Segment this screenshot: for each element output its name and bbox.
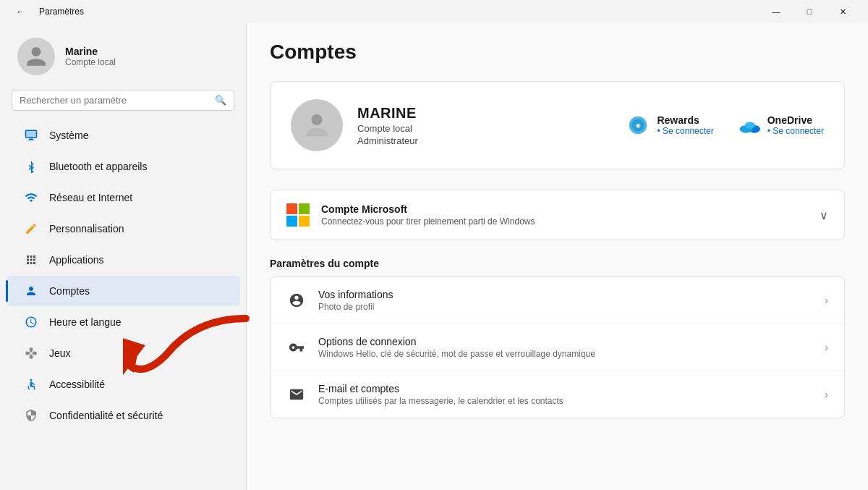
rewards-status: Se connecter — [657, 126, 713, 136]
title-bar-controls: — □ ✕ — [760, 0, 859, 23]
ms-account-desc: Connectez-vous pour tirer pleinement par… — [321, 216, 808, 227]
vos-informations-icon — [286, 290, 307, 311]
title-bar-left: ← Paramètres — [9, 0, 84, 23]
options-connexion-desc: Windows Hello, clé de sécurité, mot de p… — [318, 349, 813, 359]
svg-point-3 — [30, 379, 33, 381]
sidebar-item-perso[interactable]: Personnalisation — [6, 214, 240, 244]
accessibilite-icon — [23, 376, 39, 392]
onedrive-info: OneDrive Se connecter — [767, 114, 824, 136]
sidebar-item-bluetooth[interactable]: Bluetooth et appareils — [6, 151, 240, 182]
sidebar-profile-info: Marine Compte local — [65, 46, 116, 67]
reseau-label: Réseau et Internet — [49, 192, 132, 203]
svg-point-4 — [311, 114, 322, 125]
back-button[interactable]: ← — [9, 0, 32, 23]
ms-account-chevron-icon: ∨ — [820, 208, 828, 222]
svg-point-10 — [744, 122, 754, 129]
onedrive-service[interactable]: OneDrive Se connecter — [737, 114, 824, 137]
ms-logo-red — [286, 203, 297, 214]
rewards-service[interactable]: ★ Rewards Se connecter — [626, 114, 713, 137]
ms-account-title: Compte Microsoft — [321, 203, 808, 215]
search-icon: 🔍 — [215, 95, 226, 106]
svg-rect-0 — [26, 130, 37, 138]
sidebar-item-comptes[interactable]: Comptes — [6, 276, 240, 306]
bluetooth-icon — [23, 159, 39, 174]
section-title: Paramètres du compte — [270, 258, 845, 269]
ms-logo-blue — [286, 216, 297, 227]
profile-card-info: MARINE Compte local Administrateur — [357, 105, 612, 146]
rewards-name: Rewards — [657, 114, 713, 126]
onedrive-name: OneDrive — [767, 114, 824, 126]
jeux-label: Jeux — [49, 347, 71, 359]
ms-logo — [286, 203, 310, 227]
title-bar: ← Paramètres — □ ✕ — [0, 0, 868, 23]
vos-informations-text: Vos informations Photo de profil — [318, 289, 813, 312]
rewards-icon: ★ — [626, 114, 650, 137]
search-input[interactable] — [20, 95, 209, 106]
avatar — [17, 38, 55, 75]
options-connexion-text: Options de connexion Windows Hello, clé … — [318, 336, 813, 359]
profile-card-avatar — [291, 99, 343, 151]
settings-item-email-comptes[interactable]: E-mail et comptes Comptes utilisés par l… — [271, 371, 844, 418]
sidebar-item-reseau[interactable]: Réseau et Internet — [6, 182, 240, 213]
sidebar-item-heure[interactable]: Heure et langue — [6, 307, 240, 337]
page-title: Comptes — [270, 41, 845, 64]
jeux-icon — [23, 345, 39, 361]
title-bar-title: Paramètres — [39, 7, 84, 17]
accessibilite-label: Accessibilité — [49, 379, 105, 390]
confidentialite-icon — [23, 407, 39, 423]
applications-label: Applications — [49, 254, 104, 266]
ms-account-text: Compte Microsoft Connectez-vous pour tir… — [321, 203, 808, 227]
profile-card-services: ★ Rewards Se connecter — [626, 114, 824, 137]
sidebar-profile-name: Marine — [65, 46, 116, 57]
svg-rect-2 — [28, 140, 35, 140]
email-comptes-icon — [286, 384, 307, 405]
onedrive-icon — [737, 114, 760, 137]
profile-card: MARINE Compte local Administrateur ★ — [270, 81, 845, 169]
svg-text:★: ★ — [635, 122, 642, 130]
confidentialite-label: Confidentialité et sécurité — [49, 410, 163, 421]
options-connexion-icon — [286, 337, 307, 358]
onedrive-status: Se connecter — [767, 126, 824, 136]
profile-card-name: MARINE — [357, 105, 612, 122]
perso-icon — [23, 221, 39, 237]
sidebar-search-container: 🔍 — [12, 90, 234, 111]
svg-rect-1 — [29, 139, 33, 140]
sidebar: Marine Compte local 🔍 Système — [0, 23, 246, 490]
email-comptes-title: E-mail et comptes — [318, 383, 813, 394]
settings-item-vos-informations[interactable]: Vos informations Photo de profil › — [271, 277, 844, 324]
reseau-icon — [23, 190, 39, 206]
sidebar-item-applications[interactable]: Applications — [6, 245, 240, 275]
ms-logo-yellow — [299, 216, 310, 227]
sidebar-nav: Système Bluetooth et appareils Réseau et… — [0, 119, 246, 431]
settings-list: Vos informations Photo de profil › Optio… — [270, 276, 845, 418]
vos-informations-title: Vos informations — [318, 289, 813, 300]
vos-informations-desc: Photo de profil — [318, 302, 813, 312]
sidebar-item-jeux[interactable]: Jeux — [6, 338, 240, 368]
maximize-button[interactable]: □ — [793, 0, 826, 23]
app-window: Marine Compte local 🔍 Système — [0, 23, 868, 490]
main-content: Comptes MARINE Compte local Administrate… — [246, 23, 868, 490]
sidebar-profile[interactable]: Marine Compte local — [0, 23, 246, 87]
systeme-label: Système — [49, 130, 88, 141]
applications-icon — [23, 252, 39, 268]
email-comptes-text: E-mail et comptes Comptes utilisés par l… — [318, 383, 813, 406]
close-button[interactable]: ✕ — [826, 0, 859, 23]
ms-logo-green — [299, 203, 310, 214]
perso-label: Personnalisation — [49, 223, 124, 235]
options-connexion-chevron-icon: › — [825, 342, 828, 353]
sidebar-item-confidentialite[interactable]: Confidentialité et sécurité — [6, 400, 240, 431]
sidebar-profile-sub: Compte local — [65, 57, 116, 67]
email-comptes-desc: Comptes utilisés par la messagerie, le c… — [318, 396, 813, 406]
profile-card-line2: Administrateur — [357, 135, 612, 146]
comptes-label: Comptes — [49, 285, 90, 297]
settings-item-options-connexion[interactable]: Options de connexion Windows Hello, clé … — [271, 324, 844, 371]
email-comptes-chevron-icon: › — [825, 389, 828, 400]
heure-label: Heure et langue — [49, 316, 122, 328]
options-connexion-title: Options de connexion — [318, 336, 813, 347]
sidebar-item-systeme[interactable]: Système — [6, 120, 240, 151]
sidebar-item-accessibilite[interactable]: Accessibilité — [6, 369, 240, 400]
heure-icon — [23, 314, 39, 330]
ms-account-banner[interactable]: Compte Microsoft Connectez-vous pour tir… — [270, 190, 845, 240]
minimize-button[interactable]: — — [760, 0, 793, 23]
bluetooth-label: Bluetooth et appareils — [49, 161, 147, 172]
